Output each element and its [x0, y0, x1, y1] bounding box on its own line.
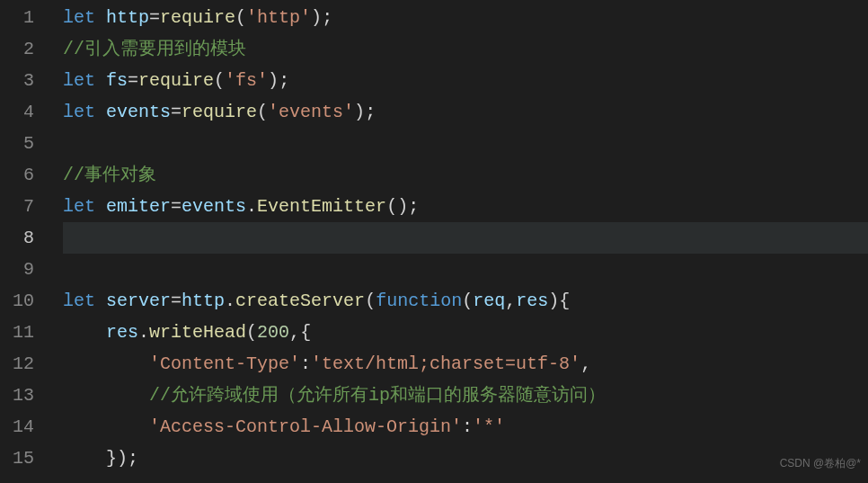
code-line[interactable]: let http=require('http');	[63, 2, 868, 33]
line-number: 3	[0, 65, 34, 96]
line-number: 14	[0, 411, 34, 443]
line-gutter: 1 2 3 4 5 6 7 8 9 10 11 12 13 14 15	[0, 0, 45, 483]
line-number: 12	[0, 348, 34, 380]
code-line[interactable]: let events=require('events');	[63, 96, 868, 128]
line-number: 13	[0, 380, 34, 411]
line-number: 6	[0, 159, 34, 191]
code-line[interactable]: 'Content-Type':'text/html;charset=utf-8'…	[63, 348, 868, 380]
code-line[interactable]: let server=http.createServer(function(re…	[63, 285, 868, 317]
code-line[interactable]	[63, 254, 868, 285]
line-number: 1	[0, 2, 34, 33]
code-editor[interactable]: 1 2 3 4 5 6 7 8 9 10 11 12 13 14 15 let …	[0, 0, 868, 483]
line-number: 10	[0, 285, 34, 317]
code-line[interactable]: 'Access-Control-Allow-Origin':'*'	[63, 411, 868, 443]
line-number: 8	[0, 222, 34, 254]
line-number: 15	[0, 443, 34, 474]
code-line[interactable]: });	[63, 443, 868, 474]
line-number: 2	[0, 33, 34, 65]
code-line[interactable]: //允许跨域使用（允许所有ip和端口的服务器随意访问）	[63, 380, 868, 411]
line-number: 9	[0, 254, 34, 285]
code-content[interactable]: let http=require('http'); //引入需要用到的模块 le…	[45, 0, 868, 483]
line-number: 7	[0, 191, 34, 222]
line-number: 11	[0, 317, 34, 348]
code-line[interactable]: //事件对象	[63, 159, 868, 191]
code-line-current[interactable]	[63, 222, 868, 254]
line-number: 5	[0, 128, 34, 159]
line-number: 4	[0, 96, 34, 128]
code-line[interactable]: let fs=require('fs');	[63, 65, 868, 96]
code-line[interactable]: res.writeHead(200,{	[63, 317, 868, 348]
code-line[interactable]: //引入需要用到的模块	[63, 33, 868, 65]
code-line[interactable]	[63, 128, 868, 159]
watermark: CSDN @卷柏@*	[780, 448, 861, 479]
code-line[interactable]: let emiter=events.EventEmitter();	[63, 191, 868, 222]
